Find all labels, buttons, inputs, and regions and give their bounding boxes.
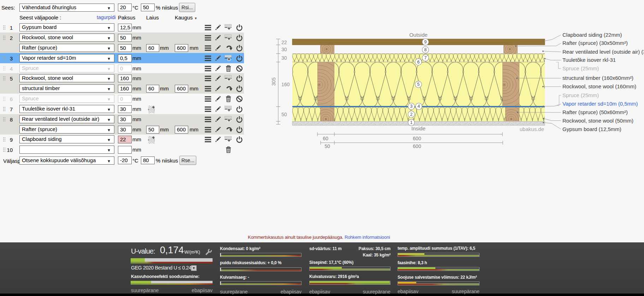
svg-text:5: 5 — [417, 82, 420, 87]
svg-text:Spruce (25mm): Spruce (25mm) — [562, 92, 599, 98]
svg-text:1: 1 — [410, 120, 413, 125]
svg-text:Inside: Inside — [411, 125, 425, 131]
svg-text:Rafter (spruce) (50x60mm²): Rafter (spruce) (50x60mm²) — [562, 109, 628, 115]
svg-text:3: 3 — [410, 104, 413, 109]
svg-text:Rafter (spruce) (30x50mm²): Rafter (spruce) (30x50mm²) — [562, 40, 628, 46]
svg-text:structural timber (160x60mm²): structural timber (160x60mm²) — [562, 75, 633, 81]
svg-text:50: 50 — [324, 143, 330, 149]
svg-text:Rear ventilated level (outside: Rear ventilated level (outside air) (30m… — [562, 49, 644, 55]
svg-text:30: 30 — [281, 55, 287, 61]
svg-text:Outside: Outside — [409, 32, 428, 38]
svg-text:4: 4 — [418, 104, 420, 109]
svg-text:60: 60 — [323, 136, 328, 141]
svg-text:8: 8 — [424, 47, 427, 52]
svg-text:30: 30 — [281, 47, 287, 52]
svg-text:Spruce (25mm): Spruce (25mm) — [562, 65, 599, 71]
svg-text:600: 600 — [413, 136, 421, 141]
svg-text:ubakus.de: ubakus.de — [520, 126, 544, 132]
svg-text:7: 7 — [424, 55, 427, 60]
svg-text:Vapor retarder sd=10m (0,5mm): Vapor retarder sd=10m (0,5mm) — [562, 101, 638, 107]
svg-text:22: 22 — [281, 40, 287, 45]
svg-text:160: 160 — [281, 82, 290, 87]
svg-text:50: 50 — [281, 112, 287, 117]
svg-text:305: 305 — [272, 77, 276, 86]
svg-text:Tuuletõke isover rkl-31: Tuuletõke isover rkl-31 — [562, 57, 616, 63]
svg-text:Rockwool, stone wool (160mm): Rockwool, stone wool (160mm) — [562, 83, 636, 89]
svg-text:Clapboard siding (22mm): Clapboard siding (22mm) — [562, 32, 622, 38]
svg-text:Rockwool, stone wool (50mm): Rockwool, stone wool (50mm) — [562, 118, 633, 124]
svg-text:Gypsum board (12,5mm): Gypsum board (12,5mm) — [562, 126, 621, 132]
svg-text:2: 2 — [410, 112, 413, 117]
svg-text:6: 6 — [417, 60, 420, 65]
svg-text:600: 600 — [413, 143, 421, 149]
svg-text:9: 9 — [424, 40, 427, 45]
